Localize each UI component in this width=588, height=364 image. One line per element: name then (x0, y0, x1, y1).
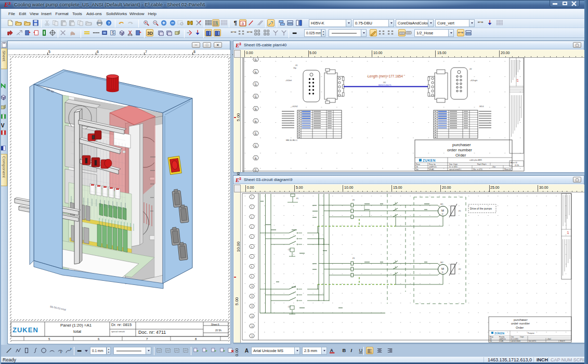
svg-text:xxbbFnOx: xxbbFnOx (429, 166, 437, 168)
svg-text:20 Sh.: 20 Sh. (215, 329, 222, 332)
svg-text:+S1/S2: +S1/S2 (292, 106, 298, 108)
svg-text:12: 12 (251, 305, 253, 307)
svg-text:ZUKEN: ZUKEN (12, 326, 38, 334)
svg-text:5: 5 (48, 337, 50, 341)
svg-text:6: 6 (251, 246, 252, 248)
svg-text:a: a (242, 21, 244, 26)
svg-text:+S1/left: +S1/left (285, 80, 292, 82)
svg-text:Resp.: Resp. (416, 163, 420, 165)
svg-text:E3: E3 (516, 79, 519, 82)
svg-text:H05V-K 4G0.75: H05V-K 4G0.75 (378, 84, 391, 86)
svg-text:-R2: -R2 (458, 268, 461, 270)
svg-text:Origin: Origin (520, 336, 524, 338)
svg-text:Sheet 40: Sheet 40 (511, 162, 517, 164)
svg-text:+Vps1: +Vps1 (547, 338, 551, 340)
svg-text:Sheet 40: Sheet 40 (504, 168, 511, 171)
svg-text:3~: 3~ (442, 213, 445, 215)
svg-text:46: 46 (255, 132, 257, 134)
svg-text:3: 3 (239, 177, 241, 180)
svg-text:-F3: -F3 (352, 257, 355, 259)
svg-text:special remark 1: special remark 1 (449, 168, 462, 171)
svg-text:Dr. nr: 0815: Dr. nr: 0815 (111, 322, 132, 327)
svg-text:8: 8 (251, 266, 252, 268)
svg-text:ZUKEN: ZUKEN (423, 159, 436, 162)
svg-text:Sheet 9: Sheet 9 (560, 340, 565, 342)
svg-text:45: 45 (255, 120, 257, 122)
svg-text:5: 5 (251, 236, 252, 238)
svg-text:DFvA5: DFvA5 (429, 168, 434, 171)
svg-text:47: 47 (255, 145, 257, 147)
svg-text:U: U (359, 347, 363, 353)
svg-text:special remark: special remark (111, 330, 125, 333)
svg-text:Var: Var (490, 340, 492, 342)
svg-text:43: 43 (255, 95, 257, 97)
svg-text:-W1/4: -W1/4 (479, 106, 484, 108)
svg-text:D1vA5: D1vA5 (499, 340, 504, 342)
svg-text:4: 4 (251, 226, 252, 228)
svg-text:cable plan AW1: cable plan AW1 (469, 159, 482, 161)
svg-text:3D: 3D (147, 31, 153, 36)
svg-text:I: I (351, 347, 352, 353)
svg-text:Doc. nr 4711: Doc. nr 4711 (473, 168, 482, 171)
svg-text:41: 41 (255, 71, 257, 73)
svg-text:Dr. nr 0815: Dr. nr 0815 (449, 166, 458, 168)
svg-text:Drive of the pumps: Drive of the pumps (470, 207, 492, 210)
svg-text:Bb 06-03 total: Bb 06-03 total (50, 305, 67, 311)
svg-text:15: 15 (251, 335, 253, 337)
svg-text:B: B (343, 347, 346, 353)
svg-text:order number: order number (511, 322, 530, 325)
svg-text:total: total (73, 329, 81, 334)
svg-text:-M2: -M2 (440, 262, 443, 264)
svg-text:ZUKEN: ZUKEN (494, 332, 504, 335)
svg-text:-X2: -X2 (469, 68, 472, 70)
svg-text:3: 3 (60, 350, 62, 354)
svg-text:-X1: -X1 (295, 64, 298, 67)
svg-text:3: 3 (239, 42, 241, 46)
svg-text:9: 9 (251, 276, 252, 278)
svg-text:A: A (245, 348, 249, 354)
svg-text:Db: Db (416, 166, 418, 168)
svg-text:-F2: -F2 (352, 199, 355, 201)
svg-text:8: 8 (195, 337, 197, 341)
svg-text:Order: Order (455, 153, 466, 158)
svg-text:-F1: -F1 (296, 198, 298, 200)
svg-text:10: 10 (251, 285, 253, 288)
svg-text:purchaser: purchaser (514, 318, 528, 321)
svg-text:3~: 3~ (442, 271, 445, 274)
svg-text:E: E (4, 1, 8, 8)
svg-text:-W1: -W1 (383, 82, 386, 84)
svg-text:M: M (441, 209, 444, 212)
svg-text:Order: Order (516, 326, 524, 329)
svg-text:7: 7 (251, 256, 252, 258)
svg-text:44: 44 (255, 108, 257, 110)
svg-text:purchaser: purchaser (452, 142, 471, 147)
svg-text:Pumpstat: Pumpstat (528, 332, 534, 334)
svg-text:42: 42 (255, 83, 257, 85)
svg-text:20 Sh: 20 Sh (515, 164, 519, 166)
svg-text:Repl.f Repl.t: Repl.f Repl.t (477, 163, 487, 165)
svg-text:6: 6 (98, 337, 100, 341)
svg-text:special remark: special remark (511, 340, 521, 342)
svg-text:M: M (441, 267, 444, 270)
svg-text:+S2/right: +S2/right (470, 80, 477, 82)
svg-text:HB-10-BU-C: HB-10-BU-C (286, 139, 298, 141)
svg-text:-R1: -R1 (458, 210, 461, 212)
svg-text:3: 3 (251, 216, 252, 218)
svg-text:2: 2 (251, 206, 252, 208)
svg-text:E3: E3 (567, 231, 569, 235)
svg-text:13: 13 (251, 316, 253, 318)
svg-text:48: 48 (255, 157, 257, 159)
svg-text:Var: Var (416, 168, 419, 171)
svg-text:+Vps: +Vps (492, 166, 496, 168)
svg-text:7: 7 (146, 337, 148, 341)
svg-text:11: 11 (251, 295, 253, 297)
svg-text:40: 40 (255, 58, 257, 60)
svg-text:S: S (112, 30, 115, 35)
svg-text:14: 14 (251, 326, 253, 328)
svg-text:Doc. nr: 4711: Doc. nr: 4711 (138, 330, 166, 335)
svg-text:Sheet 6: Sheet 6 (211, 323, 219, 326)
svg-text:order number: order number (447, 148, 472, 152)
svg-text:16p: 16p (293, 67, 296, 69)
svg-text:1: 1 (251, 196, 252, 198)
svg-text:Dep. Origin: Dep. Origin (449, 163, 458, 165)
